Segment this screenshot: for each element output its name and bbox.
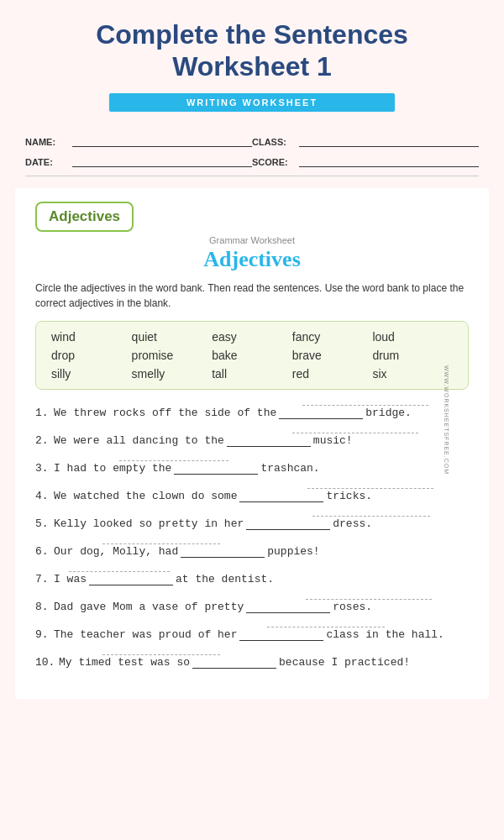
sentence-1: 1. We threw rocks off the side of thebri… — [35, 405, 469, 419]
blank-8[interactable] — [246, 600, 330, 613]
word-fancy: fancy — [292, 330, 373, 344]
main-title: Complete the Sentences Worksheet 1 — [34, 18, 470, 83]
score-group: SCORE: — [252, 154, 479, 167]
word-brave: brave — [292, 349, 373, 362]
word-wind: wind — [51, 330, 132, 344]
sentence-10-text: 10. My timed test was sobecause I practi… — [35, 655, 469, 669]
blank-5[interactable] — [246, 517, 330, 530]
word-loud: loud — [372, 330, 453, 344]
word-drum: drum — [372, 349, 453, 362]
sentence-9-text: 9. The teacher was proud of herclass in … — [35, 627, 469, 641]
content-area: Adjectives Grammar Worksheet Adjectives … — [15, 188, 489, 699]
sentences-section: 1. We threw rocks off the side of thebri… — [35, 405, 469, 669]
name-group: NAME: — [25, 134, 252, 147]
word-tall: tall — [212, 367, 292, 381]
class-group: CLASS: — [252, 134, 479, 147]
sentence-6: 6. Our dog, Molly, hadpuppies! — [35, 543, 469, 558]
instructions: Circle the adjectives in the word bank. … — [35, 281, 469, 311]
sentence-4-text: 4. We watched the clown do sometricks. — [35, 489, 469, 502]
sentence-7: 7. I wasat the dentist. — [35, 571, 469, 585]
blank-3[interactable] — [174, 461, 258, 475]
grammar-title: Adjectives — [35, 247, 469, 272]
word-six: six — [372, 367, 453, 381]
sentence-10: 10. My timed test was sobecause I practi… — [35, 654, 469, 669]
sentence-3: 3. I had to empty thetrashcan. — [35, 460, 469, 475]
date-label: DATE: — [25, 157, 67, 167]
word-promise: promise — [132, 349, 213, 362]
sentence-9: 9. The teacher was proud of herclass in … — [35, 627, 469, 641]
blank-10[interactable] — [192, 655, 276, 669]
sentence-6-text: 6. Our dog, Molly, hadpuppies! — [35, 544, 469, 558]
date-line — [72, 154, 252, 167]
word-silly: silly — [51, 367, 132, 381]
form-row-2: DATE: SCORE: — [25, 154, 479, 167]
header: Complete the Sentences Worksheet 1 WRITI… — [0, 0, 504, 134]
divider — [25, 176, 479, 177]
blank-6[interactable] — [181, 544, 265, 558]
sentence-5: 5. Kelly looked so pretty in herdress. — [35, 516, 469, 530]
word-smelly: smelly — [132, 367, 213, 381]
form-row-1: NAME: CLASS: — [25, 134, 479, 147]
sentence-7-text: 7. I wasat the dentist. — [35, 572, 469, 585]
adjectives-badge: Adjectives — [35, 202, 134, 232]
sentence-1-text: 1. We threw rocks off the side of thebri… — [35, 406, 469, 419]
blank-4[interactable] — [239, 489, 323, 502]
sentence-2-text: 2. We were all dancing to themusic! — [35, 433, 469, 447]
word-bank-row-1: wind quiet easy fancy loud — [51, 330, 453, 344]
word-bank-row-3: silly smelly tall red six — [51, 367, 453, 381]
sentence-4: 4. We watched the clown do sometricks. — [35, 488, 469, 502]
word-drop: drop — [51, 349, 132, 362]
form-section: NAME: CLASS: DATE: SCORE: — [0, 134, 504, 167]
blank-1[interactable] — [279, 406, 363, 419]
sentence-8: 8. Dad gave Mom a vase of prettyroses. — [35, 599, 469, 613]
sentence-8-text: 8. Dad gave Mom a vase of prettyroses. — [35, 600, 469, 613]
word-bake: bake — [212, 349, 292, 362]
class-line — [299, 134, 479, 147]
blank-2[interactable] — [227, 433, 311, 447]
subtitle-bar: WRITING WORKSHEET — [109, 93, 395, 112]
grammar-label: Grammar Worksheet — [35, 235, 469, 245]
blank-7[interactable] — [89, 572, 173, 585]
blank-9[interactable] — [239, 627, 323, 641]
score-label: SCORE: — [252, 157, 294, 167]
class-label: CLASS: — [252, 137, 294, 147]
word-red: red — [292, 367, 373, 381]
site-url: WWW.WORKSHEETSFREE.COM — [443, 365, 449, 475]
word-bank: wind quiet easy fancy loud drop promise … — [35, 321, 469, 390]
sentence-3-text: 3. I had to empty thetrashcan. — [35, 461, 469, 475]
name-label: NAME: — [25, 137, 67, 147]
word-bank-row-2: drop promise bake brave drum — [51, 349, 453, 362]
page: WWW.WORKSHEETSFREE.COM Complete the Sent… — [0, 0, 504, 840]
sentence-5-text: 5. Kelly looked so pretty in herdress. — [35, 517, 469, 530]
date-group: DATE: — [25, 154, 252, 167]
sentence-2: 2. We were all dancing to themusic! — [35, 433, 469, 447]
name-line — [72, 134, 252, 147]
word-quiet: quiet — [132, 330, 213, 344]
word-easy: easy — [212, 330, 292, 344]
score-line — [299, 154, 479, 167]
